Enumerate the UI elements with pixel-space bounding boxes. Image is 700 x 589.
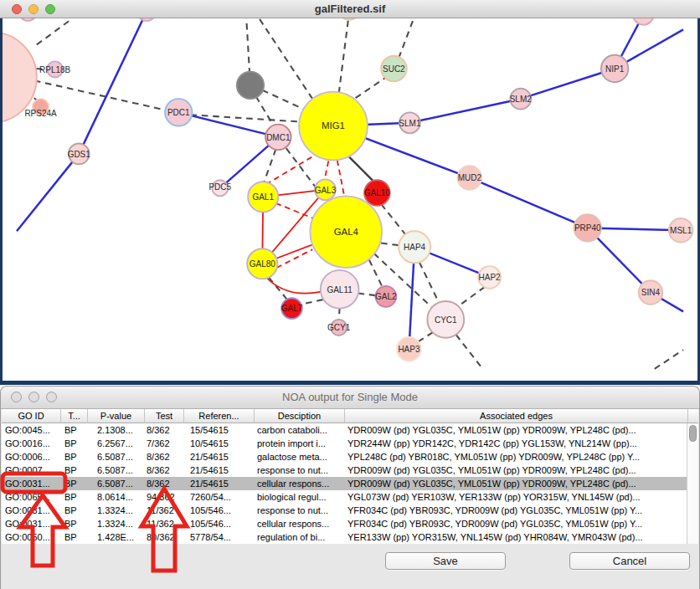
graph-edge-blue[interactable] [79, 18, 147, 154]
column-header-p-value[interactable]: P-value [88, 409, 145, 423]
graph-node-label: SLM1 [399, 119, 421, 128]
graph-edge-dash[interactable] [37, 18, 73, 44]
graph-node-top-partial-2[interactable] [633, 18, 654, 25]
graph-edge-dash[interactable] [358, 294, 378, 296]
graph-edge-red[interactable] [265, 277, 322, 294]
graph-node-label: SIN4 [641, 288, 661, 297]
close-button-inactive[interactable] [11, 392, 22, 402]
save-button[interactable]: Save [385, 552, 506, 570]
graph-node-top-partial-green[interactable] [339, 18, 360, 20]
column-header-test[interactable]: Test [145, 409, 184, 423]
graph-node-top-left-partial[interactable] [19, 18, 37, 21]
graph-window-title: galFiltered.sif [0, 0, 700, 18]
graph-edge-dash[interactable] [381, 204, 406, 236]
cell: YPL248C (pd) YBR018C, YML051W (pp) YDR00… [345, 450, 688, 464]
table-row[interactable]: GO:0007...BP6.5087...8/36221/54615respon… [2, 464, 698, 477]
network-svg[interactable]: RPL18BRPS24AGDS1PDC1DMC1MIG1PDC5SUC2NIP1… [0, 18, 700, 385]
cell: 11/362 [145, 517, 184, 530]
table-row[interactable]: GO:0016...BP6.2567...7/36210/54615protei… [2, 437, 698, 450]
network-view[interactable]: RPL18BRPS24AGDS1PDC1DMC1MIG1PDC5SUC2NIP1… [0, 18, 700, 385]
graph-edge-blue[interactable] [17, 154, 79, 231]
cell: 7260/54... [184, 490, 255, 504]
cell: 94/362 [145, 490, 184, 504]
cell: YER133W (pp) YOR315W, YNL145W (pd) YHR08… [345, 530, 688, 544]
noa-output-window: NOA output for Single Mode GO IDT...P-va… [0, 386, 700, 589]
cell: 8/362 [145, 477, 184, 490]
graph-edge-dash[interactable] [456, 335, 481, 367]
table-row[interactable]: GO:0031...BP1.3324...11/362105/546...cel… [2, 517, 698, 530]
column-header-go-id[interactable]: GO ID [2, 409, 61, 423]
graph-node-label: GCY1 [327, 323, 351, 332]
graph-edge-dash[interactable] [655, 350, 683, 369]
column-header-associated-edges[interactable]: Associated edges [345, 409, 688, 423]
graph-edge-black[interactable] [349, 157, 374, 182]
cell: 2.1308... [88, 423, 145, 437]
graph-node-top-partial-1[interactable] [137, 18, 157, 21]
cell: response to nut... [255, 504, 345, 517]
graph-node-gray-node[interactable] [237, 72, 264, 99]
graph-edge-dash[interactable] [369, 260, 383, 288]
vertical-scrollbar[interactable] [687, 423, 698, 544]
graph-edge-blue[interactable] [521, 69, 615, 99]
table-row[interactable]: GO:0065...BP8.0614...94/3627260/54...bio… [2, 490, 698, 504]
graph-edge-dash[interactable] [456, 287, 485, 309]
cell: GO:0007... [2, 464, 61, 477]
table-row[interactable]: GO:0045...BP2.1308...8/36215/54615carbon… [2, 423, 698, 437]
cell: 6.2567... [88, 437, 145, 450]
graph-edge-dash[interactable] [191, 115, 304, 122]
cell: GO:0045... [2, 423, 61, 437]
column-header-referen[interactable]: Referen... [184, 409, 255, 423]
graph-node-label: NIP1 [605, 64, 625, 74]
cell: 21/54615 [184, 450, 255, 464]
cell: 80/362 [145, 530, 184, 544]
graph-edge-reddash[interactable] [337, 160, 345, 197]
graph-node-label: CYC1 [435, 315, 457, 325]
graph-edge-dash[interactable] [259, 18, 312, 99]
cell: 8/362 [145, 450, 184, 464]
table-body: GO:0045...BP2.1308...8/36215/54615carbon… [2, 423, 698, 544]
noa-results-table[interactable]: GO IDT...P-valueTestReferen...Desciption… [2, 409, 698, 544]
scrollbar-thumb[interactable] [689, 425, 697, 442]
cell: BP [61, 490, 88, 504]
graph-edge-dash[interactable] [356, 77, 386, 98]
graph-node-label: GAL11 [327, 285, 353, 294]
graph-edge-dash[interactable] [419, 262, 440, 305]
cell: 15/54615 [184, 423, 255, 437]
minimize-button-inactive[interactable] [28, 392, 39, 402]
graph-edge-dash[interactable] [264, 149, 275, 182]
graph-node-label: GAL4 [334, 227, 359, 237]
column-header-desciption[interactable]: Desciption [255, 409, 345, 423]
graph-edge-blue[interactable] [409, 99, 520, 123]
graph-edge-dash[interactable] [301, 300, 323, 305]
zoom-button-inactive[interactable] [46, 392, 57, 402]
graph-node-label: HAP3 [398, 345, 420, 354]
cell: biological regul... [255, 490, 345, 504]
noa-window-titlebar[interactable]: NOA output for Single Mode [1, 387, 699, 409]
graph-window-titlebar[interactable]: galFiltered.sif [0, 0, 700, 18]
graph-node-label: GAL80 [250, 259, 276, 269]
graph-edge-dash[interactable] [381, 243, 400, 246]
graph-edge-dash[interactable] [262, 90, 304, 110]
graph-edge-reddash[interactable] [268, 157, 311, 183]
table-row[interactable]: GO:0050...BP1.428E...80/3625778/54...reg… [2, 530, 698, 544]
graph-edge-dash[interactable] [256, 96, 275, 126]
graph-edge-blue[interactable] [470, 177, 588, 228]
cell: 8/362 [145, 423, 184, 437]
graph-edge-dash[interactable] [339, 18, 348, 94]
graph-edge-blue[interactable] [178, 112, 278, 137]
table-row-selected[interactable]: GO:0031...BP6.5087...8/36221/54615cellul… [2, 477, 698, 490]
graph-edge-dash[interactable] [269, 277, 288, 300]
cell: BP [61, 530, 88, 544]
cell: 105/546... [184, 504, 255, 517]
cell: 1.428E... [88, 530, 145, 544]
cell: GO:0016... [2, 437, 61, 450]
column-header-t[interactable]: T... [61, 409, 88, 423]
graph-edge-dash[interactable] [399, 18, 414, 59]
graph-border-bottom [0, 381, 700, 385]
table-row[interactable]: GO:0031...BP1.3324...11/362105/546...res… [2, 504, 698, 517]
graph-edge-reddash[interactable] [325, 161, 329, 180]
cancel-button[interactable]: Cancel [569, 552, 690, 570]
table-row[interactable]: GO:0006...BP6.5087...8/36221/54615galact… [2, 450, 698, 464]
graph-edge-dash[interactable] [34, 80, 172, 111]
graph-node-label: RPS24A [24, 109, 57, 118]
